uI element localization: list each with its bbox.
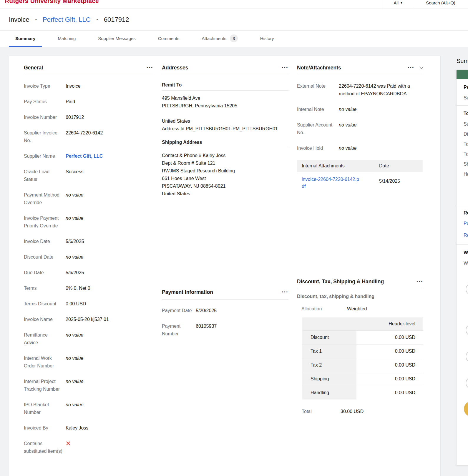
summary-purchase-order-link[interactable]: Pur [457,221,468,226]
payment-information-title: Payment Information [162,289,213,295]
remit-address-line [162,110,288,117]
summary-shipping-line: Shi [457,162,468,167]
field-invoice-type: Invoice Type Invoice [24,82,153,90]
total-label: Total [297,409,341,414]
summary-total-heading: Tot [457,111,468,116]
charges-table: Header-level Discount 0.00 USD Tax 1 0.0… [302,317,423,400]
field-oracle-load-status: Oracle Load Status Success [24,168,153,183]
total-value: 30.00 USD [341,409,364,414]
summary-subtotal-line: Sub [457,122,468,127]
tab-attachments[interactable]: Attachments 3 [195,31,244,47]
date-column-header: Date [379,163,414,169]
field-invoice-hold: Invoice Hold no value [297,144,423,152]
field-payment-date: Payment Date 5/20/2025 [162,307,288,314]
tab-history[interactable]: History [254,31,281,47]
shipping-address-title: Shipping Address [162,140,288,145]
shipping-address-line: Dept & Room # Suite 121 [162,159,288,167]
discount-tax-shipping-handling-section: Discount, Tax, Shipping & Handling ••• D… [297,278,423,414]
divider [457,105,468,106]
field-supplier-name: Supplier Name Perfect Gift, LLC [24,152,153,160]
document-title-bar: Invoice • Perfect Gift, LLC • 6017912 [0,9,468,30]
invoice-number-label: 6017912 [104,16,129,24]
charge-row-tax1: Tax 1 0.00 USD [302,344,423,358]
field-due-date: Due Date 5/6/2025 [24,269,153,277]
charge-row-tax2: Tax 2 0.00 USD [302,358,423,372]
summary-discount-line: Dis [457,132,468,137]
supplier-title-link[interactable]: Perfect Gift, LLC [43,16,91,24]
charge-row-discount: Discount 0.00 USD [302,330,423,344]
field-invoice-date: Invoice Date 5/6/2025 [24,238,153,245]
summary-receipt-link[interactable]: Rec [457,233,468,238]
field-discount-date: Discount Date no value [24,253,153,261]
field-invoice-name: Invoice Name 2025-05-20 kj537 01 [24,316,153,323]
supplier-name-link[interactable]: Perfect Gift, LLC [66,152,153,160]
notes-column: Note/Attachments ••• External Note 22604… [297,64,423,463]
note-attachments-section: Note/Attachments ••• External Note 22604… [297,64,423,190]
field-terms: Terms 0% 0, Net 0 [24,284,153,292]
summary-tax1-line: Tax [457,142,468,147]
separator-dot: • [35,17,37,22]
shipping-address-line: PISCATAWAY, NJ 08854-8021 [162,182,288,190]
search-button[interactable]: Search (Alt+Q) [413,0,468,9]
field-invoice-number: Invoice Number 6017912 [24,114,153,121]
general-section: General ••• Invoice Type Invoice Pay Sta… [24,64,153,463]
field-internal-work-order-number: Internal Work Order Number no value [24,354,153,370]
field-invoice-payment-priority-override: Invoice Payment Priority Override no val… [24,214,153,230]
field-supplier-account-no: Supplier Account No. no value [297,121,423,137]
discount-tax-more-menu-button[interactable]: ••• [416,280,423,283]
shipping-address-line: United States [162,190,288,198]
total-row: Total 30.00 USD [297,409,423,414]
attachment-row: invoice-22604-7220-6142.pdf 5/14/2025 [297,172,423,190]
tab-summary[interactable]: Summary [9,31,42,47]
tab-bar: Summary Matching Supplier Messages Comme… [0,30,468,47]
chevron-down-icon: ▾ [401,0,402,6]
discount-tax-title: Discount, Tax, Shipping & Handling [297,279,384,285]
divider [297,75,423,75]
divider [162,299,288,300]
summary-tax2-line: Tax [457,152,468,157]
field-payment-number: Payment Number 60105937 [162,322,288,338]
summary-panel-header-bar [457,70,468,79]
collapse-chevron-icon[interactable] [419,66,423,69]
field-contains-substituted-items: Contains substituted item(s) × [24,440,153,455]
remit-address-line: United States [162,117,288,125]
summary-panel-title: Sum [457,58,468,64]
field-ipo-blanket-number: IPO Blanket Number no value [24,401,153,416]
summary-workflow-line: Wo [457,261,468,266]
general-section-title: General [24,65,43,71]
divider [297,289,423,289]
addresses-section-title: Addresses [162,65,188,71]
shipping-address-line: Contact & Phone # Kaley Joss [162,152,288,159]
divider [162,75,288,75]
summary-pending-heading: Per [457,85,468,90]
search-scope-dropdown[interactable]: All ▾ [383,0,413,9]
field-internal-note: Internal Note no value [297,106,423,113]
tab-supplier-messages[interactable]: Supplier Messages [92,31,142,47]
substituted-items-x-icon: × [66,438,71,448]
invoice-summary-card: General ••• Invoice Type Invoice Pay Sta… [9,56,441,476]
tab-comments[interactable]: Comments [152,31,186,47]
payment-information-more-menu-button[interactable]: ••• [282,291,288,294]
charge-row-shipping: Shipping 0.00 USD [302,372,423,386]
allocation-label: Allocation [297,306,347,312]
summary-whats-next-heading: Wh [457,250,468,255]
attachments-count-badge: 3 [230,34,238,42]
field-remittance-advice: Remittance Advice no value [24,331,153,347]
top-navigation-bar: Rutgers University Marketplace All ▾ Sea… [0,0,468,9]
addresses-more-menu-button[interactable]: ••• [282,66,288,69]
remit-address-line: 495 Mansfield Ave [162,94,288,102]
allocation-value: Weighted [347,306,367,312]
tab-matching[interactable]: Matching [51,31,82,47]
divider [457,205,468,205]
general-more-menu-button[interactable]: ••• [147,66,153,69]
discount-tax-subtitle: Discount, tax, shipping & handling [297,294,423,299]
note-attachments-title: Note/Attachments [297,65,341,71]
summary-related-heading: Rel [457,210,468,216]
field-terms-discount: Terms Discount 0.00 USD [24,300,153,308]
note-attachments-more-menu-button[interactable]: ••• [408,66,414,69]
attachment-file-link[interactable]: invoice-22604-7220-6142.pdf [302,176,359,190]
field-supplier-invoice-no: Supplier Invoice No. 22604-7220-6142 [24,129,153,144]
remit-to-title: Remit To [162,82,288,88]
document-type-label: Invoice [9,16,29,24]
divider [24,75,153,75]
